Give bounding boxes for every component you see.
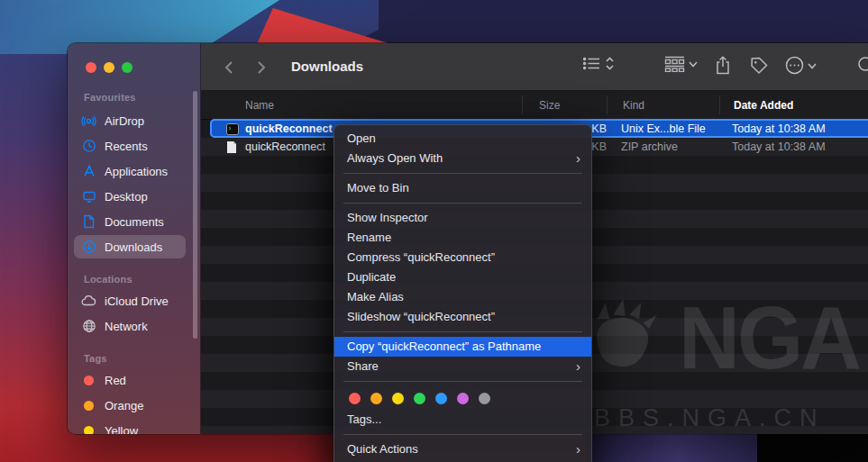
paw-icon — [580, 285, 679, 392]
group-by-icon — [664, 56, 685, 72]
file-name: quickReconnect — [245, 138, 325, 156]
forward-button[interactable] — [251, 57, 272, 78]
sidebar-item-label: Red — [105, 374, 126, 387]
menu-item-share[interactable]: Share › — [334, 357, 591, 376]
column-divider[interactable] — [607, 95, 608, 114]
menu-item-copy-as-pathname[interactable]: Copy “quickReconnect” as Pathname — [334, 337, 591, 357]
view-options-button[interactable] — [583, 56, 615, 71]
red-tag-swatch[interactable] — [349, 393, 361, 404]
sidebar-section-locations: Locations — [84, 274, 132, 285]
purple-tag-swatch[interactable] — [457, 393, 469, 404]
submenu-chevron-icon: › — [576, 357, 580, 376]
download-circle-icon — [81, 240, 96, 255]
sidebar-item-tag-orange[interactable]: Orange — [74, 394, 186, 417]
menu-item-rename[interactable]: Rename — [334, 228, 591, 248]
file-kind: Unix Ex...ble File — [621, 120, 706, 138]
sidebar-item-label: Orange — [105, 399, 143, 412]
airdrop-icon — [81, 113, 96, 129]
window-controls — [86, 62, 132, 73]
menu-item-always-open-with[interactable]: Always Open With › — [334, 149, 591, 168]
sidebar-item-label: Yellow — [105, 424, 138, 436]
tags-button[interactable] — [749, 56, 769, 76]
sidebar-item-downloads[interactable]: Downloads — [74, 235, 186, 258]
more-ellipsis-icon — [785, 56, 804, 75]
group-by-button[interactable] — [664, 56, 698, 72]
sidebar-item-icloud-drive[interactable]: iCloud Drive — [74, 289, 186, 313]
chevron-down-icon — [808, 62, 817, 69]
sidebar-item-desktop[interactable]: Desktop — [74, 185, 186, 208]
back-button[interactable] — [217, 57, 239, 78]
sidebar-item-airdrop[interactable]: AirDrop — [74, 109, 186, 132]
window-title: Downloads — [291, 59, 363, 74]
more-actions-button[interactable] — [785, 56, 817, 75]
sidebar: Favourites AirDrop Recents — [68, 43, 201, 434]
sidebar-item-applications[interactable]: Applications — [74, 159, 186, 183]
menu-item-tags[interactable]: Tags... — [334, 410, 591, 430]
search-icon — [857, 56, 868, 75]
file-name: quickReconnect — [245, 120, 333, 138]
menu-item-compress[interactable]: Compress “quickReconnect” — [334, 248, 591, 267]
sidebar-item-tag-red[interactable]: Red — [74, 368, 186, 392]
search-button[interactable] — [857, 56, 868, 75]
menu-item-open[interactable]: Open — [334, 129, 591, 149]
column-header-size[interactable]: Size — [539, 99, 560, 112]
menu-item-show-inspector[interactable]: Show Inspector — [334, 208, 591, 228]
yellow-tag-swatch[interactable] — [392, 393, 404, 404]
file-kind: ZIP archive — [621, 138, 678, 156]
gray-tag-swatch[interactable] — [479, 393, 490, 404]
context-menu: Open Always Open With › Move to Bin Show… — [333, 124, 592, 462]
yellow-tag-icon — [84, 426, 94, 436]
sidebar-scrollbar[interactable] — [193, 91, 197, 339]
menu-item-quick-actions[interactable]: Quick Actions › — [334, 439, 591, 459]
file-date-added: Today at 10:38 AM — [732, 120, 826, 138]
sidebar-item-tag-yellow[interactable]: Yellow — [74, 419, 186, 435]
menu-tag-color-row — [334, 386, 591, 410]
document-icon — [81, 214, 96, 230]
sidebar-item-label: Desktop — [105, 190, 148, 204]
cloud-icon — [81, 294, 96, 309]
menu-item-make-alias[interactable]: Make Alias — [334, 287, 591, 307]
desktop-icon — [81, 189, 96, 204]
sidebar-item-label: Recents — [105, 140, 148, 153]
menu-item-duplicate[interactable]: Duplicate — [334, 267, 591, 287]
sidebar-item-label: iCloud Drive — [105, 294, 169, 308]
menu-separator — [343, 381, 582, 382]
sidebar-item-label: Downloads — [105, 240, 162, 254]
menu-item-slideshow[interactable]: Slideshow “quickReconnect” — [334, 307, 591, 327]
share-icon — [715, 56, 731, 75]
sidebar-item-documents[interactable]: Documents — [74, 210, 186, 233]
sidebar-item-label: Network — [105, 320, 148, 333]
minimize-button[interactable] — [104, 62, 114, 73]
forward-chevron-icon — [257, 60, 267, 75]
zoom-button[interactable] — [122, 62, 132, 73]
share-button[interactable] — [715, 56, 731, 75]
orange-tag-swatch[interactable] — [370, 393, 382, 404]
menu-item-move-to-bin[interactable]: Move to Bin — [334, 178, 591, 198]
close-button[interactable] — [86, 62, 96, 73]
column-divider[interactable] — [522, 95, 523, 114]
sidebar-section-favourites: Favourites — [84, 92, 136, 103]
column-header-name[interactable]: Name — [245, 99, 274, 112]
toolbar: Downloads — [201, 43, 868, 91]
sidebar-section-tags: Tags — [84, 353, 107, 364]
menu-separator — [343, 173, 582, 174]
green-tag-swatch[interactable] — [414, 393, 425, 404]
column-header-row: Name Size Kind Date Added — [201, 91, 868, 120]
column-header-kind[interactable]: Kind — [623, 99, 644, 112]
nga-watermark-logo: NGA — [580, 284, 859, 394]
menu-separator — [343, 331, 582, 332]
column-divider[interactable] — [719, 95, 720, 114]
sidebar-item-recents[interactable]: Recents — [74, 134, 186, 158]
menu-separator — [343, 203, 582, 204]
blue-tag-swatch[interactable] — [435, 393, 447, 404]
wallpaper-purple-shape — [588, 431, 761, 462]
file-date-added: Today at 10:38 AM — [732, 138, 826, 156]
list-view-icon — [583, 56, 601, 71]
nga-watermark-url: BBS.NGA.CN — [594, 404, 826, 432]
sidebar-item-network[interactable]: Network — [74, 314, 186, 338]
screen: Favourites AirDrop Recents — [0, 0, 868, 462]
globe-icon — [81, 319, 96, 334]
column-header-date-added[interactable]: Date Added — [734, 99, 793, 112]
applications-icon — [81, 164, 96, 179]
sidebar-item-label: Applications — [105, 165, 168, 178]
